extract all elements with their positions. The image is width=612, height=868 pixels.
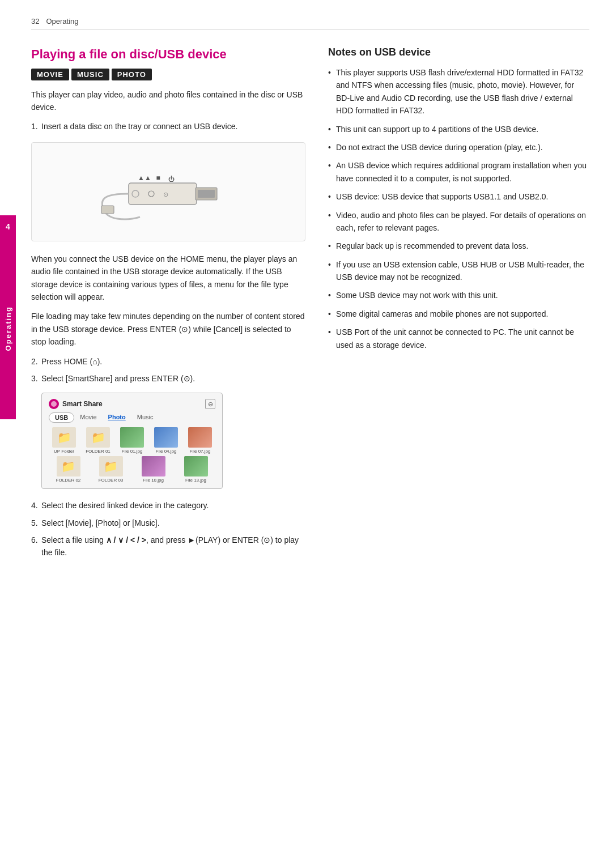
loading-text: File loading may take few minutes depend… xyxy=(31,310,305,348)
steps-4-6: 4. Select the desired linked device in t… xyxy=(31,499,305,559)
ss-label-img5: File 13.jpg xyxy=(185,478,206,483)
ss-thumb-img1 xyxy=(120,427,144,448)
note-4: An USB device which requires additional … xyxy=(328,159,589,185)
svg-text:■: ■ xyxy=(156,174,160,182)
svg-text:⊙: ⊙ xyxy=(163,191,168,198)
step-5: 5. Select [Movie], [Photo] or [Music]. xyxy=(31,517,305,529)
ss-title-text: Smart Share xyxy=(62,400,103,408)
ss-label-img2: File 04.jpg xyxy=(156,449,177,454)
note-1: This player supports USB flash drive/ext… xyxy=(328,66,589,117)
notes-title: Notes on USB device xyxy=(328,46,589,58)
ss-thumb-folder03 xyxy=(99,456,123,476)
step-3: 3. Select [SmartShare] and press ENTER (… xyxy=(31,372,305,385)
ss-close-button[interactable]: ⊖ xyxy=(205,399,215,409)
ss-title-row: Smart Share xyxy=(49,399,103,409)
ss-thumb-img2 xyxy=(154,427,178,448)
ss-cell-folder02[interactable]: FOLDER 02 xyxy=(49,456,88,483)
ss-grid-row2: FOLDER 02 FOLDER 03 File 10.jpg File 13.… xyxy=(49,456,215,483)
page-header: 32 Operating xyxy=(31,17,589,29)
ss-tab-music[interactable]: Music xyxy=(131,412,159,423)
step-2: 2. Press HOME (⌂). xyxy=(31,355,305,368)
ss-label-folder02: FOLDER 02 xyxy=(56,478,81,483)
svg-rect-2 xyxy=(198,190,215,198)
ss-label-img4: File 10.jpg xyxy=(143,478,164,483)
step-4: 4. Select the desired linked device in t… xyxy=(31,499,305,512)
usb-body-text: When you connect the USB device on the H… xyxy=(31,253,305,304)
ss-label-folder01: FOLDER 01 xyxy=(86,449,110,454)
note-5: USB device: USB device that supports USB… xyxy=(328,190,589,203)
usb-illustration: ⊙ ▲▲ ■ ⏻ xyxy=(31,142,305,241)
note-8: If you use an USB extension cable, USB H… xyxy=(328,258,589,284)
main-content: 32 Operating Playing a file on disc/USB … xyxy=(31,0,589,566)
ss-cell-img1[interactable]: File 01.jpg xyxy=(117,427,147,454)
chapter-label: Operating xyxy=(0,238,16,419)
notes-list: This player supports USB flash drive/ext… xyxy=(328,66,589,351)
ss-label-img1: File 01.jpg xyxy=(122,449,143,454)
note-10: Some digital cameras and mobile phones a… xyxy=(328,308,589,320)
right-column: Notes on USB device This player supports… xyxy=(328,46,589,566)
smartshare-icon xyxy=(49,399,59,409)
ss-thumb-img3 xyxy=(188,427,212,448)
intro-text: This player can play video, audio and ph… xyxy=(31,88,305,114)
ss-tab-usb[interactable]: USB xyxy=(49,412,74,423)
smartshare-screenshot: Smart Share ⊖ USB Movie Photo Music UP F… xyxy=(41,393,223,489)
steps-list: 1. Insert a data disc on the tray or con… xyxy=(31,120,305,133)
ss-thumb-img5 xyxy=(184,456,208,476)
note-3: Do not extract the USB device during ope… xyxy=(328,141,589,154)
step-1: 1. Insert a data disc on the tray or con… xyxy=(31,120,305,133)
svg-text:⏻: ⏻ xyxy=(168,176,175,182)
note-11: USB Port of the unit cannot be connected… xyxy=(328,326,589,351)
badge-movie: MOVIE xyxy=(31,69,69,80)
badge-music: MUSIC xyxy=(71,69,109,80)
ss-grid-row1: UP Folder FOLDER 01 File 01.jpg File 04.… xyxy=(49,427,215,454)
ss-header: Smart Share ⊖ xyxy=(49,399,215,409)
mode-badges: MOVIE MUSIC PHOTO xyxy=(31,69,305,80)
note-6: Video, audio and photo files can be play… xyxy=(328,209,589,235)
chapter-number: 4 xyxy=(0,215,16,238)
page-section: Operating xyxy=(46,17,78,25)
ss-label-folder03: FOLDER 03 xyxy=(99,478,124,483)
ss-cell-img3[interactable]: File 07.jpg xyxy=(185,427,215,454)
note-7: Regular back up is recommended to preven… xyxy=(328,240,589,252)
ss-label-img3: File 07.jpg xyxy=(190,449,211,454)
two-column-layout: Playing a file on disc/USB device MOVIE … xyxy=(31,46,589,566)
left-column: Playing a file on disc/USB device MOVIE … xyxy=(31,46,305,566)
ss-cell-img5[interactable]: File 13.jpg xyxy=(176,456,215,483)
ss-tab-movie[interactable]: Movie xyxy=(74,412,102,423)
ss-cell-folder03[interactable]: FOLDER 03 xyxy=(91,456,130,483)
ss-cell-img4[interactable]: File 10.jpg xyxy=(134,456,173,483)
ss-thumb-folder02 xyxy=(57,456,80,476)
note-9: Some USB device may not work with this u… xyxy=(328,289,589,301)
section-title: Playing a file on disc/USB device xyxy=(31,46,305,63)
ss-thumb-upfolder xyxy=(52,427,76,448)
ss-label-upfolder: UP Folder xyxy=(54,449,74,454)
svg-rect-9 xyxy=(101,206,114,214)
svg-text:▲▲: ▲▲ xyxy=(138,174,151,182)
ss-thumb-img4 xyxy=(142,456,165,476)
steps-2-3: 2. Press HOME (⌂). 3. Select [SmartShare… xyxy=(31,355,305,385)
note-2: This unit can support up to 4 partitions… xyxy=(328,123,589,135)
ss-cell-upfolder[interactable]: UP Folder xyxy=(49,427,79,454)
svg-point-10 xyxy=(51,401,57,407)
badge-photo: PHOTO xyxy=(112,69,152,80)
ss-thumb-folder01 xyxy=(86,427,110,448)
ss-cell-folder01[interactable]: FOLDER 01 xyxy=(83,427,113,454)
ss-tabs: USB Movie Photo Music xyxy=(49,412,215,423)
page-number: 32 xyxy=(31,17,39,25)
ss-tab-photo[interactable]: Photo xyxy=(103,412,131,423)
ss-cell-img2[interactable]: File 04.jpg xyxy=(151,427,181,454)
step-6: 6. Select a file using ∧ / ∨ / < / >, an… xyxy=(31,534,305,559)
